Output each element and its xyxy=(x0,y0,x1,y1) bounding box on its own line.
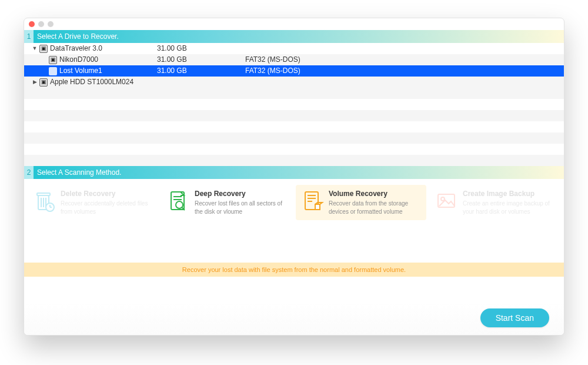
footer: Start Scan xyxy=(24,301,564,335)
section1-title: Select A Drive to Recover. xyxy=(37,32,119,41)
caret-right-icon[interactable]: ▶ xyxy=(30,77,39,88)
drive-row-volume[interactable]: ▣ NikonD7000 31.00 GB FAT32 (MS-DOS) xyxy=(24,54,564,65)
drive-list-empty-rows xyxy=(24,88,564,166)
image-icon xyxy=(435,190,458,213)
document-search-icon xyxy=(166,190,190,213)
drive-fs: FAT32 (MS-DOS) xyxy=(245,65,564,77)
lost-volume-icon xyxy=(49,67,57,75)
svg-rect-1 xyxy=(37,193,50,195)
titlebar xyxy=(24,18,564,30)
drive-name: NikonD7000 xyxy=(59,54,98,65)
hint-text: Recover your lost data with file system … xyxy=(182,266,406,273)
document-box-icon xyxy=(300,190,324,213)
method-title: Deep Recovery xyxy=(195,190,288,198)
drive-size: 31.00 GB xyxy=(157,43,245,54)
hint-bar: Recover your lost data with file system … xyxy=(24,263,564,277)
method-desc: Create an entire image backup of your ha… xyxy=(463,200,556,215)
method-volume-recovery[interactable]: Volume Recovery Recover data from the st… xyxy=(296,185,426,220)
method-deep-recovery[interactable]: Deep Recovery Recover lost files on all … xyxy=(162,185,292,220)
drive-size: 31.00 GB xyxy=(157,65,245,77)
drive-list: ▼ ▣ DataTraveler 3.0 31.00 GB ▣ NikonD70… xyxy=(24,43,564,166)
method-title: Delete Recovery xyxy=(61,190,153,198)
caret-down-icon[interactable]: ▼ xyxy=(30,43,39,54)
section1-header: 1 Select A Drive to Recover. xyxy=(24,30,564,43)
method-title: Create Image Backup xyxy=(463,190,556,198)
method-create-image-backup[interactable]: Create Image Backup Create an entire ima… xyxy=(430,185,560,220)
drive-name: Lost Volume1 xyxy=(59,65,102,77)
close-dot[interactable] xyxy=(29,21,35,27)
hdd-drive-icon: ▣ xyxy=(39,78,48,87)
drive-name: DataTraveler 3.0 xyxy=(50,43,102,54)
minimize-dot[interactable] xyxy=(38,21,44,27)
volume-icon: ▣ xyxy=(49,56,57,64)
app-window: 1 Select A Drive to Recover. ▼ ▣ DataTra… xyxy=(24,18,564,336)
method-desc: Recover lost files on all sectors of the… xyxy=(195,200,288,215)
usb-drive-icon: ▣ xyxy=(39,45,48,53)
svg-point-19 xyxy=(441,197,445,201)
trash-clock-icon xyxy=(32,190,56,213)
drive-name: Apple HDD ST1000LM024 xyxy=(50,77,133,88)
drive-row-disk[interactable]: ▶ ▣ Apple HDD ST1000LM024 xyxy=(24,77,564,88)
zoom-dot[interactable] xyxy=(48,21,54,27)
section2-header: 2 Select A Scanning Method. xyxy=(24,166,564,179)
method-desc: Recover data from the storage devices or… xyxy=(329,200,422,215)
drive-row-disk[interactable]: ▼ ▣ DataTraveler 3.0 31.00 GB xyxy=(24,43,564,54)
section1-number: 1 xyxy=(24,30,34,43)
method-delete-recovery[interactable]: Delete Recovery Recover accidentally del… xyxy=(28,185,158,220)
drive-size: 31.00 GB xyxy=(157,54,245,65)
method-title: Volume Recovery xyxy=(329,190,422,198)
section2-title: Select A Scanning Method. xyxy=(37,168,121,177)
start-scan-button[interactable]: Start Scan xyxy=(480,308,549,327)
svg-marker-17 xyxy=(315,204,320,210)
drive-row-volume-selected[interactable]: Lost Volume1 31.00 GB FAT32 (MS-DOS) xyxy=(24,65,564,77)
drive-fs: FAT32 (MS-DOS) xyxy=(245,54,564,65)
section2-number: 2 xyxy=(24,166,34,179)
scanning-methods: Delete Recovery Recover accidentally del… xyxy=(24,179,564,277)
method-desc: Recover accidentally deleted files from … xyxy=(61,200,153,215)
